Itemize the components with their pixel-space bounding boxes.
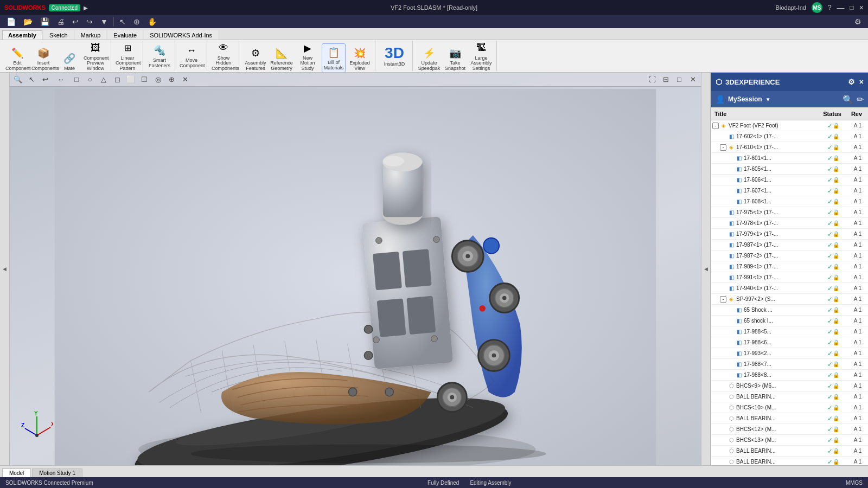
bom-row[interactable]: ◧17-988<7...✓🔒A 1 bbox=[711, 359, 868, 370]
vp-box[interactable]: □ bbox=[71, 74, 82, 85]
bom-row[interactable]: -◈SP-997<2> (S...✓🔒A 1 bbox=[711, 294, 868, 305]
3dx-close-icon[interactable]: × bbox=[859, 78, 864, 86]
vp-undo[interactable]: ↩ bbox=[39, 74, 51, 85]
move-component-button[interactable]: ↔ MoveComponent bbox=[180, 42, 203, 70]
tab-sketch[interactable]: Sketch bbox=[43, 30, 74, 40]
vp-circle[interactable]: ○ bbox=[84, 74, 96, 85]
smart-fasteners-button[interactable]: 🔩 SmartFasteners bbox=[148, 42, 171, 70]
user-avatar[interactable]: MS bbox=[812, 2, 822, 13]
minimize-button[interactable]: — bbox=[837, 3, 845, 12]
bom-expand-btn[interactable]: - bbox=[712, 123, 719, 129]
bom-row[interactable]: ⬡BALL BEARIN...✓🔒A 1 bbox=[711, 457, 868, 465]
qa-print[interactable]: 🖨 bbox=[55, 16, 67, 27]
bom-row[interactable]: ⬡BHCS<10> (M...✓🔒A 1 bbox=[711, 402, 868, 413]
vp-maximize[interactable]: □ bbox=[673, 74, 685, 85]
bom-row[interactable]: ◧17-979<1> (17-...✓🔒A 1 bbox=[711, 229, 868, 240]
3dx-settings-icon[interactable]: ⚙ bbox=[848, 78, 855, 86]
vp-target[interactable]: ◎ bbox=[152, 74, 164, 85]
tab-motion-study-1[interactable]: Motion Study 1 bbox=[32, 468, 82, 477]
vp-close[interactable]: ✕ bbox=[179, 74, 191, 85]
right-panel-collapse-button[interactable]: ◀ bbox=[701, 73, 711, 465]
bom-row[interactable]: ◧17-978<1> (17-...✓🔒A 1 bbox=[711, 218, 868, 229]
bom-row[interactable]: ⬡BALL BEARIN...✓🔒A 1 bbox=[711, 446, 868, 457]
maximize-button[interactable]: □ bbox=[850, 4, 854, 11]
vp-split[interactable]: ⊟ bbox=[660, 74, 672, 85]
vp-fullscreen[interactable]: ⛶ bbox=[646, 74, 658, 85]
bom-row[interactable]: ◧17-993<2...✓🔒A 1 bbox=[711, 348, 868, 359]
bom-row[interactable]: ◧17-988<5...✓🔒A 1 bbox=[711, 326, 868, 337]
3dx-edit-icon[interactable]: ✏ bbox=[857, 94, 864, 105]
exploded-view-button[interactable]: 💥 ExplodedView bbox=[348, 44, 372, 72]
tab-evaluate[interactable]: Evaluate bbox=[107, 30, 143, 40]
update-speedpak-button[interactable]: ⚡ UpdateSpeedpak bbox=[417, 44, 441, 72]
vp-check[interactable]: ☐ bbox=[138, 74, 150, 85]
bom-row[interactable]: ◧17-988<8...✓🔒A 1 bbox=[711, 370, 868, 381]
qa-settings[interactable]: ⚙ bbox=[852, 16, 864, 27]
close-button[interactable]: × bbox=[859, 3, 864, 12]
bom-row[interactable]: ⬡BALL BEARIN...✓🔒A 1 bbox=[711, 391, 868, 402]
assembly-features-button[interactable]: ⚙ AssemblyFeatures bbox=[244, 44, 267, 72]
bom-row[interactable]: ◧17-606<1...✓🔒A 1 bbox=[711, 175, 868, 185]
tab-markup[interactable]: Markup bbox=[75, 30, 107, 40]
bom-row[interactable]: ⬡BHCS<13> (M...✓🔒A 1 bbox=[711, 435, 868, 446]
tab-model[interactable]: Model bbox=[2, 468, 31, 477]
bom-row[interactable]: -◈17-610<1> (17-...✓🔒A 1 bbox=[711, 142, 868, 153]
vp-search[interactable]: 🔍 bbox=[12, 74, 24, 85]
bom-row[interactable]: ◧17-988<6...✓🔒A 1 bbox=[711, 337, 868, 348]
bom-row[interactable]: ◧17-601<1...✓🔒A 1 bbox=[711, 153, 868, 164]
reference-geometry-button[interactable]: 📐 ReferenceGeometry bbox=[270, 44, 293, 72]
vp-exit[interactable]: ✕ bbox=[687, 74, 699, 85]
help-button[interactable]: ? bbox=[828, 4, 832, 11]
left-panel-collapse[interactable]: ◀ bbox=[0, 73, 10, 465]
bill-of-materials-button[interactable]: 📋 Bill ofMaterials bbox=[322, 43, 346, 72]
take-snapshot-button[interactable]: 📷 TakeSnapshot bbox=[443, 44, 467, 72]
bom-row[interactable]: ◧17-602<1> (17-...✓🔒A 1 bbox=[711, 131, 868, 142]
session-dropdown-icon[interactable]: ▼ bbox=[765, 97, 771, 102]
bom-row[interactable]: ◧17-989<1> (17-...✓🔒A 1 bbox=[711, 261, 868, 272]
bom-row[interactable]: ◧17-608<1...✓🔒A 1 bbox=[711, 196, 868, 207]
bom-row[interactable]: ◧65 shock I...✓🔒A 1 bbox=[711, 316, 868, 326]
bom-row[interactable]: ◧17-607<1...✓🔒A 1 bbox=[711, 185, 868, 196]
vp-select[interactable]: ↖ bbox=[25, 74, 37, 85]
bom-row[interactable]: ◧17-605<1...✓🔒A 1 bbox=[711, 164, 868, 175]
bom-expand-btn[interactable]: - bbox=[720, 296, 726, 303]
3dx-search-icon[interactable]: 🔍 bbox=[843, 94, 853, 105]
qa-open[interactable]: 📂 bbox=[21, 16, 35, 27]
linear-pattern-button[interactable]: ⊞ Linear ComponentPattern bbox=[116, 40, 139, 72]
qa-save[interactable]: 💾 bbox=[38, 16, 52, 27]
bom-row[interactable]: ◧17-991<1> (17-...✓🔒A 1 bbox=[711, 272, 868, 283]
viewport[interactable]: 🔍 ↖ ↩ ↔ □ ○ △ ◻ ⬜ ☐ ◎ ⊕ ✕ ⛶ ⊟ □ ✕ bbox=[10, 73, 701, 465]
show-hidden-button[interactable]: 👁 ShowHiddenComponents bbox=[212, 40, 235, 72]
qa-pan[interactable]: ✋ bbox=[145, 16, 159, 27]
qa-undo[interactable]: ↩ bbox=[70, 16, 81, 27]
bom-tree[interactable]: -◈VF2 Foot (VF2 Foot)✓🔒A 1◧17-602<1> (17… bbox=[711, 120, 868, 465]
bom-row[interactable]: -◈VF2 Foot (VF2 Foot)✓🔒A 1 bbox=[711, 120, 868, 131]
vp-rect[interactable]: ◻ bbox=[111, 74, 123, 85]
qa-dropdown[interactable]: ▼ bbox=[98, 16, 110, 27]
instant3d-button[interactable]: 3D Instant3D bbox=[380, 43, 409, 68]
bom-row[interactable]: ◧17-987<1> (17-...✓🔒A 1 bbox=[711, 240, 868, 251]
qa-redo[interactable]: ↪ bbox=[84, 16, 95, 27]
vp-square[interactable]: ⬜ bbox=[125, 74, 137, 85]
qa-zoom[interactable]: ⊕ bbox=[131, 16, 142, 27]
bom-row[interactable]: ⬡BHCS<12> (M...✓🔒A 1 bbox=[711, 424, 868, 435]
mate-button[interactable]: 🔗 Mate bbox=[58, 50, 81, 72]
large-assembly-button[interactable]: 🏗 LargeAssemblySettings bbox=[469, 40, 493, 72]
bom-row[interactable]: ⬡BHCS<9> (M6...✓🔒A 1 bbox=[711, 381, 868, 391]
tab-addins[interactable]: SOLIDWORKS Add-Ins bbox=[144, 30, 218, 40]
bom-row[interactable]: ◧17-940<1> (17-...✓🔒A 1 bbox=[711, 283, 868, 294]
insert-components-button[interactable]: 📦 InsertComponents bbox=[31, 44, 55, 72]
bom-row[interactable]: ◧65 Shock ...✓🔒A 1 bbox=[711, 305, 868, 316]
qa-select[interactable]: ↖ bbox=[117, 16, 128, 27]
vp-tri[interactable]: △ bbox=[98, 74, 110, 85]
edit-component-button[interactable]: ✏️ EditComponent bbox=[5, 44, 29, 72]
qa-new[interactable]: 📄 bbox=[4, 16, 18, 27]
bom-expand-btn[interactable]: - bbox=[720, 144, 726, 151]
component-preview-button[interactable]: 🖼 ComponentPreviewWindow bbox=[84, 40, 107, 72]
new-motion-study-button[interactable]: ▶ NewMotionStudy bbox=[296, 40, 320, 72]
vp-plus[interactable]: ⊕ bbox=[165, 74, 177, 85]
bom-row[interactable]: ◧17-987<2> (17-...✓🔒A 1 bbox=[711, 251, 868, 261]
vp-orient[interactable]: ↔ bbox=[53, 74, 69, 85]
bom-row[interactable]: ◧17-975<1> (17-...✓🔒A 1 bbox=[711, 207, 868, 218]
bom-row[interactable]: ⬡BALL BEARIN...✓🔒A 1 bbox=[711, 413, 868, 424]
